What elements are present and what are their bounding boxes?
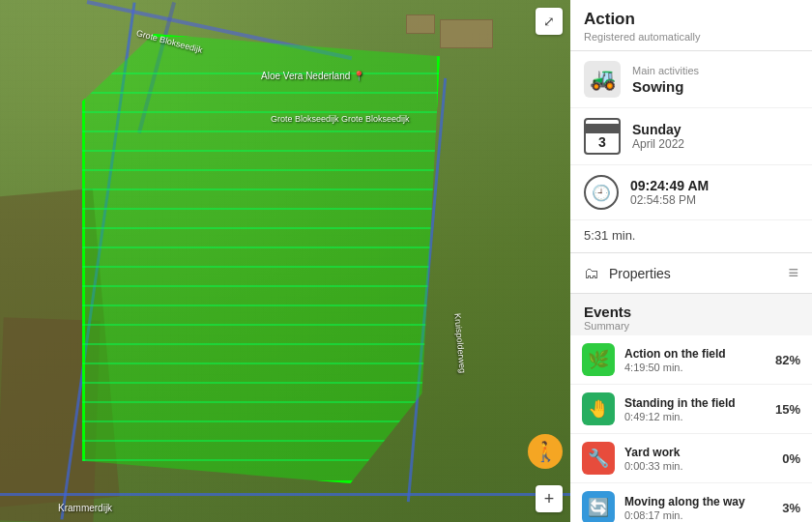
person-button[interactable]: 🚶 xyxy=(528,434,563,469)
right-panel: Action Registered automatically 🚜 Main a… xyxy=(570,0,812,522)
building-1 xyxy=(440,19,493,48)
date-text: Sunday April 2022 xyxy=(632,122,684,151)
field-line xyxy=(82,227,440,229)
field-line xyxy=(82,324,440,326)
field-line xyxy=(82,266,440,268)
event-item[interactable]: 🔧 Yard work 0:00:33 min. 0% xyxy=(570,434,812,483)
event-duration: 4:19:50 min. xyxy=(624,362,760,373)
field-line xyxy=(82,92,440,94)
event-text: Moving along the way 0:08:17 min. xyxy=(624,495,760,521)
event-pct: 0% xyxy=(769,451,800,466)
cal-top xyxy=(586,124,619,133)
action-header: Action Registered automatically xyxy=(570,0,812,51)
event-duration: 0:00:33 min. xyxy=(624,460,760,472)
field-line xyxy=(82,111,440,113)
event-item[interactable]: 🔄 Moving along the way 0:08:17 min. 3% xyxy=(570,483,812,522)
field-line xyxy=(82,208,440,210)
time-start: 09:24:49 AM xyxy=(630,178,709,193)
event-icon: 🌿 xyxy=(582,343,615,376)
field-line xyxy=(82,304,440,306)
field-line xyxy=(82,188,440,190)
field-line xyxy=(82,150,440,152)
events-title: Events xyxy=(584,304,798,320)
label-aloe-vera: Aloe Vera Nederland 📍 xyxy=(261,71,364,81)
road-bottom xyxy=(0,493,570,496)
building-2 xyxy=(406,14,435,34)
event-name: Moving along the way xyxy=(624,495,760,508)
action-subtitle: Registered automatically xyxy=(584,31,798,43)
field-line xyxy=(82,362,440,364)
field-line xyxy=(82,382,440,384)
field-line xyxy=(82,246,440,248)
events-subtitle: Summary xyxy=(584,320,798,332)
field-lines xyxy=(82,34,440,483)
event-pct: 82% xyxy=(769,353,800,367)
zoom-in-button[interactable]: + xyxy=(536,485,563,512)
event-item[interactable]: 🌿 Action on the field 4:19:50 min. 82% xyxy=(570,335,812,385)
action-title: Action xyxy=(584,10,798,29)
duration-value: 5:31 min. xyxy=(584,228,635,243)
event-item[interactable]: 🤚 Standing in the field 0:49:12 min. 15% xyxy=(570,385,812,434)
field-line xyxy=(82,420,440,422)
map-area: Aloe Vera Nederland 📍 Grote Blokseedijk … xyxy=(0,0,570,522)
field-line xyxy=(82,169,440,171)
event-text: Standing in the field 0:49:12 min. xyxy=(624,396,760,422)
event-name: Standing in the field xyxy=(624,396,760,410)
activity-text: Main activities Sowing xyxy=(632,65,699,95)
time-row: 🕘 09:24:49 AM 02:54:58 PM xyxy=(570,165,812,220)
event-text: Action on the field 4:19:50 min. xyxy=(624,347,760,373)
event-text: Yard work 0:00:33 min. xyxy=(624,446,760,472)
events-list: 🌿 Action on the field 4:19:50 min. 82% 🤚… xyxy=(570,335,812,522)
calendar-icon: 3 xyxy=(584,118,621,155)
event-icon: 🤚 xyxy=(582,392,615,425)
activity-label: Main activities xyxy=(632,65,699,76)
time-text: 09:24:49 AM 02:54:58 PM xyxy=(630,178,709,207)
field-line xyxy=(82,285,440,287)
date-row: 3 Sunday April 2022 xyxy=(570,108,812,165)
field-line xyxy=(82,401,440,403)
month-year: April 2022 xyxy=(632,137,684,151)
properties-left: 🗂 Properties xyxy=(584,265,671,282)
expand-button[interactable]: ⤢ xyxy=(536,8,563,35)
activity-icon: 🚜 xyxy=(584,61,621,98)
event-pct: 3% xyxy=(769,501,800,515)
label-krammer: Krammerdijk xyxy=(58,503,112,513)
list-icon: 🗂 xyxy=(584,265,599,282)
menu-icon: ≡ xyxy=(788,263,798,283)
field-line xyxy=(82,343,440,345)
activity-value: Sowing xyxy=(632,78,699,95)
event-name: Action on the field xyxy=(624,347,760,361)
label-grote-blok-1: Grote Blokseedijk Grote Blokseedijk xyxy=(271,114,410,124)
clock-icon: 🕘 xyxy=(584,175,619,210)
field-line xyxy=(82,130,440,132)
event-pct: 15% xyxy=(769,402,800,417)
event-duration: 0:49:12 min. xyxy=(624,411,760,422)
cal-day-num: 3 xyxy=(598,135,606,149)
time-end: 02:54:58 PM xyxy=(630,193,709,207)
activity-row: 🚜 Main activities Sowing xyxy=(570,51,812,108)
event-duration: 0:08:17 min. xyxy=(624,509,760,521)
event-icon: 🔧 xyxy=(582,442,615,475)
day-name: Sunday xyxy=(632,122,684,137)
events-header: Events Summary xyxy=(570,294,812,335)
duration-row: 5:31 min. xyxy=(570,220,812,253)
properties-label: Properties xyxy=(609,266,671,281)
properties-row[interactable]: 🗂 Properties ≡ xyxy=(570,253,812,294)
event-name: Yard work xyxy=(624,446,760,459)
event-icon: 🔄 xyxy=(582,491,615,522)
